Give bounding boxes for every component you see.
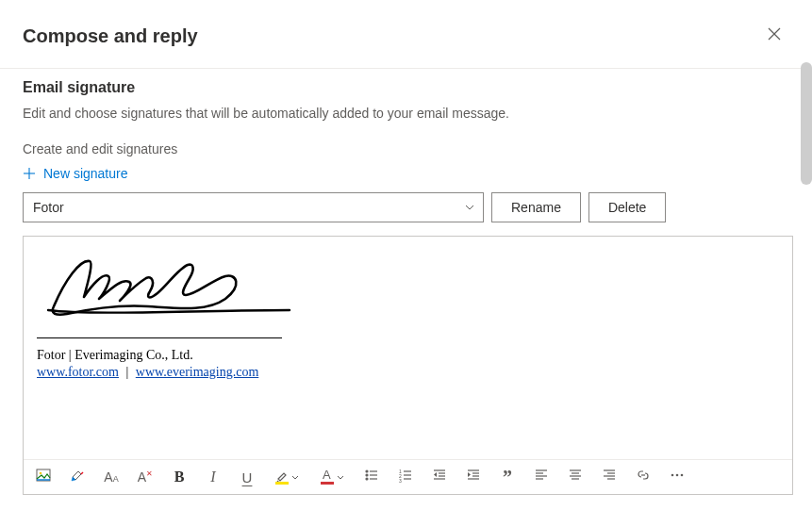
link-separator: | (125, 365, 128, 379)
page-title: Compose and reply (23, 25, 198, 47)
more-options-button[interactable] (667, 466, 688, 488)
align-center-icon (568, 468, 583, 486)
content-area: Email signature Edit and choose signatur… (0, 62, 812, 510)
bold-button[interactable]: B (169, 466, 190, 488)
close-button[interactable] (759, 21, 789, 51)
align-left-button[interactable] (531, 466, 552, 488)
svg-point-8 (366, 478, 368, 480)
signature-select[interactable]: Fotor (23, 192, 484, 222)
align-right-button[interactable] (599, 466, 620, 488)
align-left-icon (534, 468, 549, 486)
field-label: Create and edit signatures (23, 141, 789, 156)
signature-link-1[interactable]: www.fotor.com (37, 365, 119, 379)
rename-button[interactable]: Rename (491, 192, 581, 222)
new-signature-label: New signature (43, 166, 128, 181)
chevron-down-icon (464, 201, 475, 216)
format-painter-button[interactable] (67, 466, 88, 488)
svg-point-5 (40, 472, 42, 475)
signature-editor: Fotor | Everimaging Co., Ltd. www.fotor.… (23, 236, 793, 495)
signature-links-line: www.fotor.com | www.everimaging.com (37, 365, 779, 380)
svg-point-7 (366, 474, 368, 476)
section-title: Email signature (23, 79, 789, 96)
more-icon (670, 468, 685, 486)
font-size-button[interactable]: AA (101, 466, 122, 488)
italic-icon: I (210, 469, 215, 485)
quote-icon: ” (503, 472, 512, 482)
signature-link-2[interactable]: www.everimaging.com (136, 365, 259, 379)
underline-icon: U (242, 470, 253, 485)
section-subtitle: Edit and choose signatures that will be … (23, 106, 789, 121)
close-icon (768, 27, 781, 44)
delete-button[interactable]: Delete (588, 192, 666, 222)
modal-header: Compose and reply (0, 0, 812, 69)
underline-button[interactable]: U (237, 466, 257, 488)
signature-company-line: Fotor | Everimaging Co., Ltd. (37, 348, 779, 363)
chevron-down-icon (337, 469, 344, 485)
signature-cursive-image (37, 252, 779, 322)
quote-button[interactable]: ” (497, 466, 518, 488)
signature-editor-content[interactable]: Fotor | Everimaging Co., Ltd. www.fotor.… (24, 237, 792, 459)
increase-indent-button[interactable] (463, 466, 484, 488)
signature-controls-row: Fotor Rename Delete (23, 192, 789, 222)
bullet-list-icon (364, 468, 379, 486)
plus-icon (23, 167, 36, 180)
outdent-icon (432, 468, 447, 486)
signature-divider (37, 337, 282, 338)
insert-link-button[interactable] (633, 466, 654, 488)
svg-point-39 (671, 474, 674, 477)
numbered-list-icon: 1 2 3 (398, 468, 413, 486)
indent-icon (466, 468, 481, 486)
image-icon (36, 468, 51, 486)
font-size-icon: AA (104, 469, 118, 485)
signature-select-value: Fotor (33, 200, 64, 215)
svg-text:3: 3 (399, 478, 402, 483)
chevron-down-icon (291, 469, 299, 485)
bold-icon: B (174, 469, 185, 485)
decrease-indent-button[interactable] (429, 466, 450, 488)
content-scroll: Email signature Edit and choose signatur… (0, 62, 812, 510)
editor-toolbar: AA A✕ B I U (24, 459, 792, 494)
italic-button[interactable]: I (203, 466, 224, 488)
align-right-icon (602, 468, 617, 486)
numbered-list-button[interactable]: 1 2 3 (395, 466, 416, 488)
new-signature-button[interactable]: New signature (23, 166, 128, 181)
link-icon (636, 468, 651, 486)
svg-point-6 (366, 470, 368, 472)
bulleted-list-button[interactable] (361, 466, 382, 488)
insert-image-button[interactable] (33, 466, 54, 488)
font-color-icon: A (320, 469, 335, 485)
font-color-button[interactable]: A (316, 466, 348, 488)
svg-point-40 (676, 474, 679, 477)
svg-point-41 (681, 474, 684, 477)
clear-format-icon: A✕ (138, 469, 153, 485)
highlight-color-button[interactable] (271, 466, 303, 488)
clear-formatting-button[interactable]: A✕ (135, 466, 156, 488)
highlight-icon (274, 469, 290, 485)
align-center-button[interactable] (565, 466, 586, 488)
paint-icon (70, 468, 85, 486)
